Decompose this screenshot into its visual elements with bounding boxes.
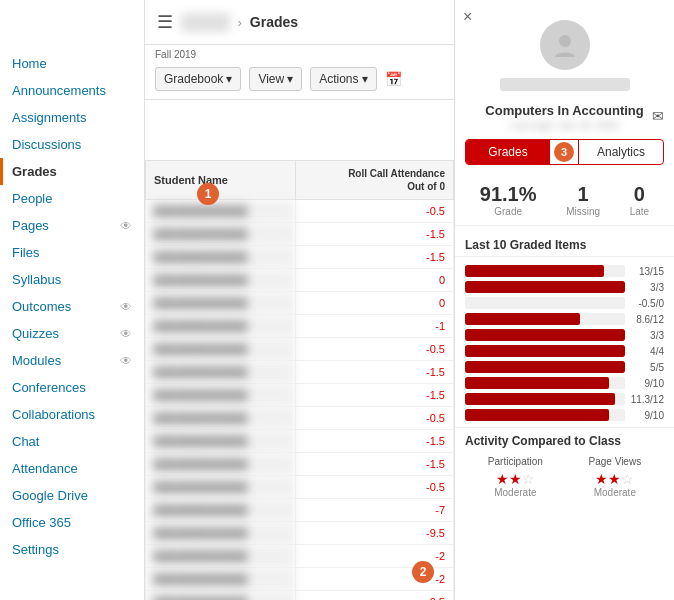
sidebar-label-attendance: Attendance <box>12 461 78 476</box>
gradebook-button[interactable]: Gradebook ▾ <box>155 67 241 91</box>
sidebar-item-home[interactable]: Home <box>0 50 144 77</box>
sidebar-item-assignments[interactable]: Assignments <box>0 104 144 131</box>
bar-label: 5/5 <box>629 362 664 373</box>
grade-label: Grade <box>480 206 537 217</box>
student-name-cell: ████████████ <box>146 315 296 338</box>
svg-point-0 <box>559 35 571 47</box>
table-row[interactable]: ████████████-1.5 <box>146 246 454 269</box>
grades-table-container: Student Name Roll Call Attendance Out of… <box>145 160 454 600</box>
score-cell: -0.5 <box>296 338 454 361</box>
table-row[interactable]: ████████████-2 <box>146 568 454 591</box>
table-row[interactable]: ████████████-9.5 <box>146 522 454 545</box>
calendar-icon[interactable]: 📅 <box>385 71 402 87</box>
col-attendance: Roll Call Attendance Out of 0 <box>296 161 454 200</box>
course-name-breadcrumb <box>181 13 230 32</box>
badge-2: 2 <box>412 561 434 583</box>
outcomes-visibility-icon[interactable]: 👁 <box>120 300 132 314</box>
pages-visibility-icon[interactable]: 👁 <box>120 219 132 233</box>
avatar <box>540 20 590 70</box>
bar-fill <box>465 281 625 293</box>
bar-track <box>465 281 625 293</box>
table-row[interactable]: ████████████0 <box>146 292 454 315</box>
student-name-cell: ████████████ <box>146 522 296 545</box>
student-name-cell: ████████████ <box>146 246 296 269</box>
bar-track <box>465 361 625 373</box>
score-cell: -0.5 <box>296 591 454 601</box>
sidebar-label-settings: Settings <box>12 542 59 557</box>
sidebar-item-attendance[interactable]: Attendance <box>0 455 144 482</box>
sidebar-item-conferences[interactable]: Conferences <box>0 374 144 401</box>
sidebar-label-outcomes: Outcomes <box>12 299 71 314</box>
actions-dropdown-arrow: ▾ <box>362 72 368 86</box>
graded-bar-item: 8.6/12 <box>455 311 674 327</box>
student-name-cell: ████████████ <box>146 200 296 223</box>
sidebar-label-announcements: Announcements <box>12 83 106 98</box>
table-row[interactable]: ████████████-0.5 <box>146 200 454 223</box>
col-student-name: Student Name <box>146 161 296 200</box>
table-row[interactable]: ████████████-1.5 <box>146 430 454 453</box>
sidebar-item-office365[interactable]: Office 365 <box>0 509 144 536</box>
sidebar-item-outcomes[interactable]: Outcomes 👁 <box>0 293 144 320</box>
table-row[interactable]: ████████████-2 <box>146 545 454 568</box>
close-icon[interactable]: × <box>463 8 472 26</box>
bar-fill <box>465 393 615 405</box>
score-cell: -1.5 <box>296 223 454 246</box>
score-cell: -1.5 <box>296 384 454 407</box>
table-row[interactable]: ████████████0 <box>146 269 454 292</box>
late-value: 0 <box>630 183 649 206</box>
sidebar-item-announcements[interactable]: Announcements <box>0 77 144 104</box>
sidebar-label-collaborations: Collaborations <box>12 407 95 422</box>
sidebar-item-collaborations[interactable]: Collaborations <box>0 401 144 428</box>
table-row[interactable]: ████████████-1.5 <box>146 384 454 407</box>
student-name-cell: ████████████ <box>146 223 296 246</box>
table-row[interactable]: ████████████-7 <box>146 499 454 522</box>
email-icon[interactable]: ✉ <box>652 108 664 124</box>
pageviews-label: Page Views <box>589 456 642 467</box>
participation-label: Participation <box>488 456 543 467</box>
table-row[interactable]: ████████████-1.5 <box>146 453 454 476</box>
sidebar-item-discussions[interactable]: Discussions <box>0 131 144 158</box>
bar-track <box>465 313 625 325</box>
gradebook-dropdown-arrow: ▾ <box>226 72 232 86</box>
sidebar-item-settings[interactable]: Settings <box>0 536 144 563</box>
sidebar-item-modules[interactable]: Modules 👁 <box>0 347 144 374</box>
table-row[interactable]: ████████████-1.5 <box>146 361 454 384</box>
actions-button[interactable]: Actions ▾ <box>310 67 376 91</box>
student-name-cell: ████████████ <box>146 292 296 315</box>
badge-3: 3 <box>554 142 574 162</box>
sidebar-label-modules: Modules <box>12 353 61 368</box>
grades-table: Student Name Roll Call Attendance Out of… <box>145 160 454 600</box>
grade-value: 91.1% <box>480 183 537 206</box>
sidebar-label-google-drive: Google Drive <box>12 488 88 503</box>
sidebar-item-grades[interactable]: Grades <box>0 158 144 185</box>
quizzes-visibility-icon[interactable]: 👁 <box>120 327 132 341</box>
activity-section: Activity Compared to Class Participation… <box>455 427 674 504</box>
table-row[interactable]: ████████████-0.5 <box>146 338 454 361</box>
sidebar: Home Announcements Assignments Discussio… <box>0 0 145 600</box>
stat-late: 0 Late <box>630 183 649 217</box>
bar-label: -0.5/0 <box>629 298 664 309</box>
sidebar-item-quizzes[interactable]: Quizzes 👁 <box>0 320 144 347</box>
graded-bar-item: 4/4 <box>455 343 674 359</box>
tab-analytics[interactable]: Analytics <box>578 140 663 164</box>
view-button[interactable]: View ▾ <box>249 67 302 91</box>
sidebar-item-google-drive[interactable]: Google Drive <box>0 482 144 509</box>
sidebar-item-pages[interactable]: Pages 👁 <box>0 212 144 239</box>
table-row[interactable]: ████████████-1.5 <box>146 223 454 246</box>
graded-bar-item: 9/10 <box>455 407 674 423</box>
table-row[interactable]: ████████████-0.5 <box>146 476 454 499</box>
table-row[interactable]: ████████████-0.5 <box>146 407 454 430</box>
modules-visibility-icon[interactable]: 👁 <box>120 354 132 368</box>
sidebar-item-chat[interactable]: Chat <box>0 428 144 455</box>
hamburger-icon[interactable]: ☰ <box>157 11 173 33</box>
table-row[interactable]: ████████████-0.5 <box>146 591 454 601</box>
sidebar-item-syllabus[interactable]: Syllabus <box>0 266 144 293</box>
table-row[interactable]: ████████████-1 <box>146 315 454 338</box>
sidebar-item-files[interactable]: Files <box>0 239 144 266</box>
graded-bar-item: 3/3 <box>455 279 674 295</box>
tab-grades[interactable]: Grades <box>466 140 550 164</box>
view-dropdown-arrow: ▾ <box>287 72 293 86</box>
sidebar-label-pages: Pages <box>12 218 49 233</box>
bar-label: 13/15 <box>629 266 664 277</box>
sidebar-item-people[interactable]: People <box>0 185 144 212</box>
